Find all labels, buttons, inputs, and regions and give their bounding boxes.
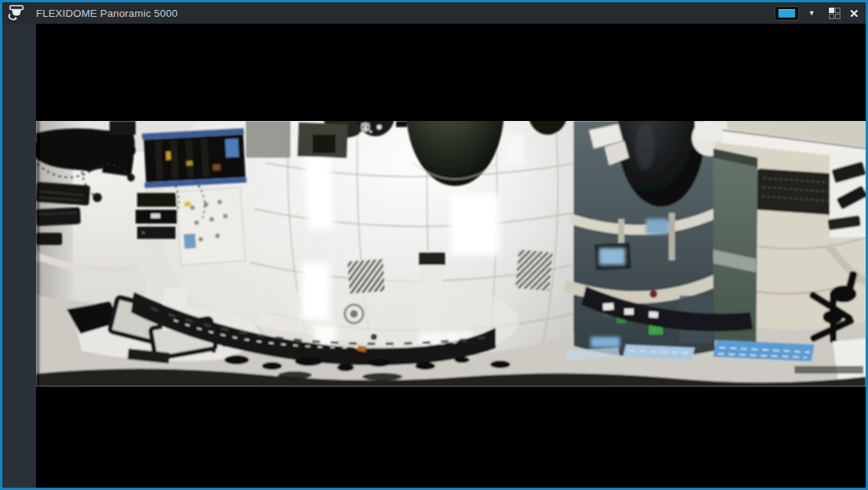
camera-window: FLEXIDOME Panoramic 5000 ▼ ✕ xyxy=(0,0,868,490)
grid-cell xyxy=(835,14,840,19)
close-icon[interactable]: ✕ xyxy=(849,8,859,19)
grid-cell xyxy=(835,8,840,13)
left-rail xyxy=(2,24,36,488)
video-canvas[interactable] xyxy=(36,24,866,488)
panorama-image xyxy=(36,121,866,387)
chevron-down-icon[interactable]: ▼ xyxy=(805,7,817,20)
grid-cell xyxy=(829,8,834,13)
stream-indicator-fill xyxy=(778,9,795,18)
window-title: FLEXIDOME Panoramic 5000 xyxy=(36,8,178,19)
window-body xyxy=(2,24,866,488)
tile-layout-icon[interactable] xyxy=(829,8,840,19)
titlebar: FLEXIDOME Panoramic 5000 ▼ ✕ xyxy=(2,2,866,24)
grid-cell xyxy=(829,14,834,19)
stream-indicator[interactable] xyxy=(775,6,799,21)
dome-camera-icon xyxy=(2,5,30,21)
